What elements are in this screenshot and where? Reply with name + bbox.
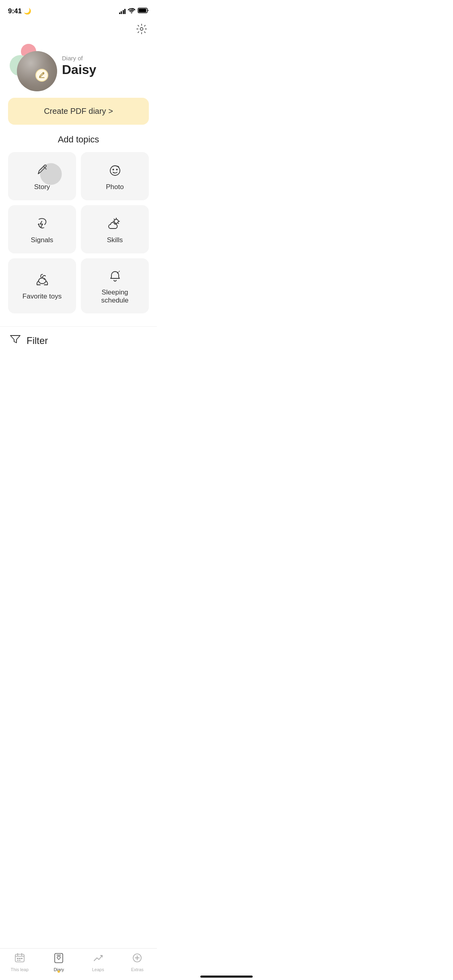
status-icons	[119, 8, 149, 15]
sun-cloud-icon	[108, 217, 122, 232]
settings-row	[0, 20, 157, 37]
face-icon	[109, 164, 121, 179]
pencil-icon	[36, 164, 49, 179]
svg-text:z: z	[119, 270, 120, 272]
svg-point-7	[112, 169, 114, 170]
status-bar: 9:41 🌙	[0, 0, 157, 20]
diary-of-label: Diary of	[62, 55, 96, 62]
topic-skills-label: Skills	[107, 236, 123, 244]
profile-text: Diary of Daisy	[62, 55, 96, 77]
signal-icon	[119, 8, 126, 14]
svg-line-14	[114, 219, 114, 219]
svg-rect-1	[139, 9, 146, 12]
edit-icon	[39, 72, 45, 78]
svg-point-17	[43, 279, 45, 280]
topic-card-skills[interactable]: Skills	[81, 205, 149, 253]
add-topics-title: Add topics	[8, 134, 149, 145]
baby-name: Daisy	[62, 62, 96, 77]
svg-point-2	[140, 28, 143, 31]
avatar-container	[10, 44, 54, 88]
moon-icon: 🌙	[24, 8, 31, 15]
topic-card-story[interactable]: Story	[8, 152, 76, 200]
filter-section: Filter	[0, 326, 157, 351]
bell-z-icon: z z	[108, 270, 122, 284]
wifi-icon	[128, 8, 135, 15]
topic-photo-label: Photo	[106, 183, 124, 191]
topic-card-favorite-toys[interactable]: Favorite toys	[8, 258, 76, 313]
topics-grid: Story Photo Signals	[0, 152, 157, 313]
create-pdf-button[interactable]: Create PDF diary >	[8, 98, 149, 125]
topic-story-label: Story	[34, 183, 50, 191]
topic-sleeping-schedule-label: Sleeping schedule	[87, 288, 142, 305]
status-time: 9:41	[8, 7, 22, 15]
svg-point-9	[114, 219, 118, 223]
settings-button[interactable]	[134, 22, 149, 37]
edit-avatar-button[interactable]	[35, 69, 48, 82]
battery-icon	[138, 8, 149, 15]
topic-card-photo[interactable]: Photo	[81, 152, 149, 200]
filter-label: Filter	[27, 335, 48, 346]
topic-card-sleeping-schedule[interactable]: z z Sleeping schedule	[81, 258, 149, 313]
funnel-icon	[10, 335, 21, 347]
svg-point-16	[39, 278, 46, 284]
topic-signals-label: Signals	[31, 236, 54, 244]
svg-point-8	[116, 169, 117, 170]
topic-favorite-toys-label: Favorite toys	[23, 292, 62, 301]
gear-icon	[136, 23, 147, 35]
svg-line-15	[118, 223, 118, 223]
add-topics-section: Add topics	[0, 134, 157, 145]
rocking-horse-icon	[35, 274, 49, 288]
profile-section: Diary of Daisy	[0, 37, 157, 96]
topic-card-signals[interactable]: Signals	[8, 205, 76, 253]
svg-point-6	[110, 166, 120, 175]
lightning-icon	[36, 217, 49, 232]
